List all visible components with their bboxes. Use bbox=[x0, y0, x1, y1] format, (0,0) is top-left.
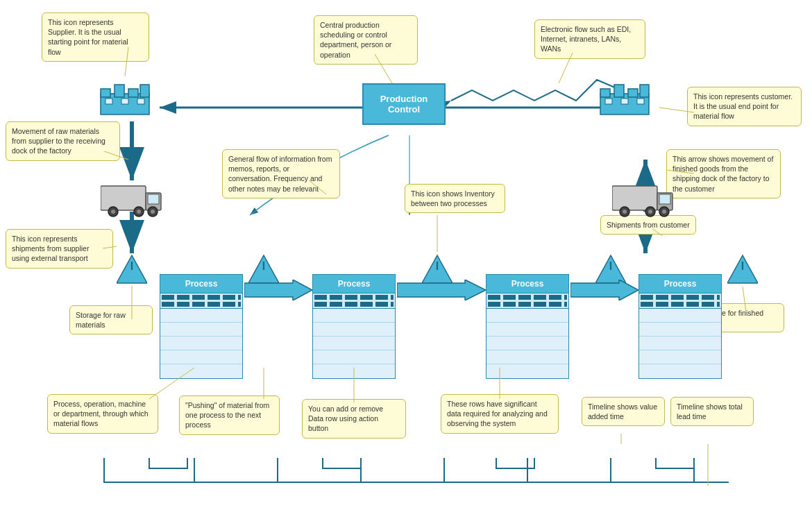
push-arrow-1-2 bbox=[244, 280, 312, 302]
production-control-label: Production Control bbox=[364, 94, 444, 114]
customer-truck bbox=[612, 179, 675, 219]
data-rows-tooltip: These rows have significant data require… bbox=[441, 394, 559, 434]
process-3: Process bbox=[486, 274, 569, 379]
raw-material-movement-tooltip: Movement of raw materials from supplier … bbox=[6, 121, 120, 161]
svg-text:I: I bbox=[130, 260, 133, 272]
customer-tooltip: This icon represents customer. It is the… bbox=[687, 87, 802, 126]
svg-rect-13 bbox=[128, 89, 138, 97]
svg-rect-11 bbox=[101, 89, 110, 97]
svg-point-34 bbox=[151, 210, 155, 214]
diagram: Production Control This icon represents … bbox=[0, 0, 812, 510]
timeline-value-tooltip: Timeline shows value added time bbox=[582, 397, 665, 426]
electronic-flow-tooltip: Electronic flow such as EDI, Internet, i… bbox=[534, 19, 645, 59]
process-3-header: Process bbox=[486, 274, 569, 294]
process-2: Process bbox=[312, 274, 396, 379]
customer-factory bbox=[597, 69, 652, 118]
prod-control-tooltip: Central production scheduling or control… bbox=[314, 15, 418, 65]
process-1-header: Process bbox=[160, 274, 243, 294]
process-1: Process bbox=[160, 274, 243, 379]
svg-text:I: I bbox=[609, 260, 612, 272]
svg-text:I: I bbox=[436, 260, 439, 272]
right-triangle: I bbox=[727, 252, 758, 288]
push-arrow-2-3 bbox=[397, 280, 486, 302]
svg-marker-56 bbox=[570, 280, 638, 300]
push-tooltip: "Pushing" of material from one process t… bbox=[179, 396, 280, 435]
supplier-factory bbox=[97, 69, 153, 118]
svg-point-41 bbox=[648, 210, 652, 214]
svg-rect-22 bbox=[640, 85, 649, 97]
supplier-truck bbox=[101, 179, 163, 219]
process-2-header: Process bbox=[312, 274, 396, 294]
svg-point-32 bbox=[137, 210, 141, 214]
svg-text:I: I bbox=[262, 260, 265, 272]
supplier-tooltip: This icon represents Supplier. It is the… bbox=[42, 12, 149, 62]
svg-rect-14 bbox=[140, 85, 149, 97]
production-control-box: Production Control bbox=[362, 83, 446, 125]
svg-text:I: I bbox=[741, 260, 744, 272]
info-flow-tooltip: General flow of information from memos, … bbox=[222, 149, 340, 198]
process-tooltip: Process, operation, machine or departmen… bbox=[47, 394, 158, 434]
svg-rect-37 bbox=[659, 194, 670, 204]
svg-rect-24 bbox=[621, 99, 628, 104]
svg-rect-21 bbox=[628, 89, 638, 97]
svg-rect-15 bbox=[105, 99, 112, 104]
svg-rect-23 bbox=[605, 99, 612, 104]
storage-raw-tooltip: Storage for raw materials bbox=[69, 305, 153, 334]
svg-rect-19 bbox=[600, 89, 610, 97]
process-4: Process bbox=[638, 274, 722, 379]
svg-rect-28 bbox=[148, 194, 159, 204]
svg-point-39 bbox=[623, 210, 627, 214]
svg-point-30 bbox=[111, 210, 115, 214]
svg-marker-54 bbox=[244, 280, 312, 300]
svg-point-43 bbox=[662, 210, 666, 214]
timeline-lead-tooltip: Timeline shows total lead time bbox=[670, 397, 754, 426]
left-triangle: I bbox=[117, 252, 147, 288]
svg-rect-16 bbox=[121, 99, 128, 104]
svg-rect-17 bbox=[137, 99, 144, 104]
svg-rect-20 bbox=[614, 85, 624, 97]
finished-goods-tooltip: This arrow shows movement of finished go… bbox=[666, 149, 781, 198]
process-4-header: Process bbox=[638, 274, 722, 294]
supplier-transport-tooltip: This icon represents shipments from supp… bbox=[6, 229, 113, 269]
data-row-tooltip: You can add or remove Data row using act… bbox=[302, 399, 406, 439]
svg-rect-12 bbox=[115, 85, 124, 97]
svg-rect-25 bbox=[637, 99, 644, 104]
inventory-tooltip: This icon shows Inventory between two pr… bbox=[405, 184, 505, 213]
push-arrow-3-4 bbox=[570, 280, 638, 302]
svg-marker-55 bbox=[397, 280, 486, 300]
